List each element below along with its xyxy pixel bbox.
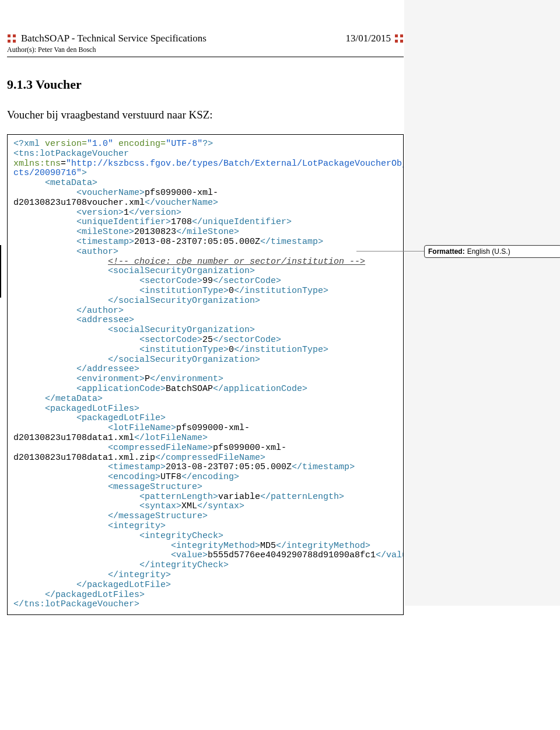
- xml-version: 1.0: [92, 139, 108, 149]
- svg-rect-5: [400, 34, 403, 37]
- ns-attr: xmlns:tns: [13, 159, 61, 169]
- section-intro: Voucher bij vraagbestand verstuurd naar …: [7, 109, 404, 121]
- uid-val: 1708: [171, 217, 192, 227]
- smals-logo-icon: [394, 34, 404, 43]
- file-encoding: UTF8: [160, 472, 181, 482]
- svg-rect-6: [395, 40, 398, 43]
- header-rule: [7, 57, 404, 57]
- doc-date: 13/01/2015: [346, 33, 391, 44]
- author-line: Author(s): Peter Van den Bosch: [7, 46, 404, 54]
- document-page: BatchSOAP - Technical Service Specificat…: [0, 0, 411, 638]
- appcode-val: BatchSOAP: [166, 384, 213, 394]
- svg-rect-1: [13, 34, 16, 37]
- callout-connector: [356, 251, 424, 252]
- env-val: P: [145, 374, 150, 384]
- svg-rect-4: [395, 34, 398, 37]
- addr-sector: 25: [202, 335, 213, 345]
- svg-rect-3: [13, 40, 16, 43]
- author-sector: 99: [202, 276, 213, 286]
- header-left: BatchSOAP - Technical Service Specificat…: [7, 33, 206, 44]
- smals-logo-icon: [7, 34, 16, 43]
- choice-comment: <!-- choice: cbe number or sector/instit…: [108, 257, 365, 267]
- integrity-value: b555d5776ee4049290788d91090a8fc1: [208, 550, 376, 560]
- timestamp-val: 2013-08-23T07:05:05.000Z: [134, 237, 260, 247]
- pattern-length: variable: [218, 492, 260, 502]
- file-timestamp: 2013-08-23T07:05:05.000Z: [166, 462, 292, 472]
- tracked-changes-margin: [404, 0, 560, 606]
- xml-code-block: <?xml version="1.0" encoding="UTF-8"?> <…: [7, 134, 404, 615]
- callout-value: English (U.S.): [467, 247, 510, 256]
- addr-inst: 0: [229, 345, 234, 355]
- header-right: 13/01/2015: [346, 33, 404, 44]
- section-heading: 9.1.3 Voucher: [7, 77, 404, 92]
- header-row: BatchSOAP - Technical Service Specificat…: [7, 7, 404, 44]
- author-inst: 0: [229, 286, 234, 296]
- svg-rect-2: [8, 40, 10, 43]
- formatting-callout: Formatted: English (U.S.): [424, 245, 560, 258]
- svg-rect-0: [8, 34, 10, 37]
- root-close: tns:lotPackageVoucher: [24, 599, 134, 609]
- syntax-val: XML: [181, 501, 197, 511]
- xml-encoding: UTF-8: [171, 139, 197, 149]
- version-val: 1: [124, 208, 129, 218]
- callout-label: Formatted:: [428, 247, 465, 256]
- svg-rect-7: [400, 40, 403, 43]
- milestone-val: 20130823: [134, 227, 176, 237]
- root-tag: tns:lotPackageVoucher: [19, 149, 129, 159]
- integrity-method: MD5: [260, 541, 276, 551]
- doc-title: BatchSOAP - Technical Service Specificat…: [21, 33, 206, 44]
